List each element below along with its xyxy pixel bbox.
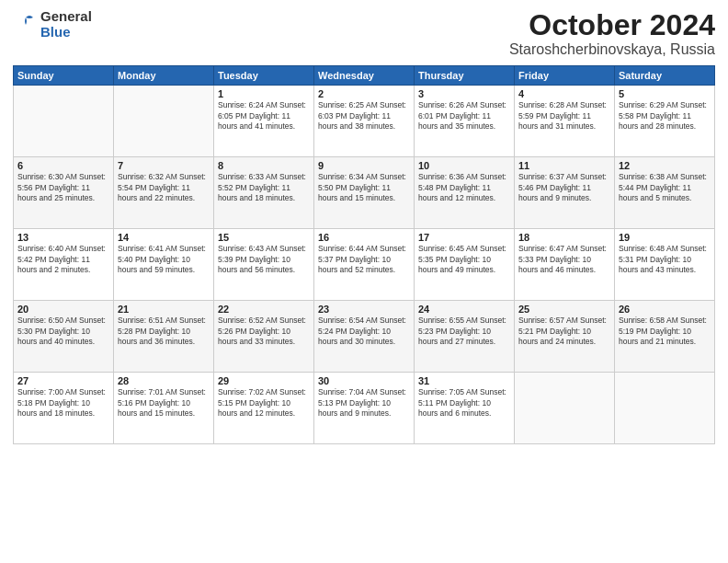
day-cell: 29Sunrise: 7:02 AM Sunset: 5:15 PM Dayli… xyxy=(214,373,314,444)
day-number: 31 xyxy=(418,375,510,386)
day-number: 26 xyxy=(619,304,711,315)
day-info: Sunrise: 6:54 AM Sunset: 5:24 PM Dayligh… xyxy=(318,316,410,347)
day-info: Sunrise: 6:41 AM Sunset: 5:40 PM Dayligh… xyxy=(118,244,210,275)
header-row: Sunday Monday Tuesday Wednesday Thursday… xyxy=(14,66,715,86)
logo: General Blue xyxy=(13,9,92,40)
day-info: Sunrise: 6:51 AM Sunset: 5:28 PM Dayligh… xyxy=(118,316,210,347)
day-number: 9 xyxy=(318,160,410,171)
day-cell: 16Sunrise: 6:44 AM Sunset: 5:37 PM Dayli… xyxy=(314,229,415,301)
week-row-3: 13Sunrise: 6:40 AM Sunset: 5:42 PM Dayli… xyxy=(14,229,715,301)
day-info: Sunrise: 6:28 AM Sunset: 5:59 PM Dayligh… xyxy=(518,100,610,132)
col-friday: Friday xyxy=(515,66,615,86)
day-number: 3 xyxy=(418,88,510,99)
day-info: Sunrise: 6:29 AM Sunset: 5:58 PM Dayligh… xyxy=(619,100,711,132)
day-info: Sunrise: 6:57 AM Sunset: 5:21 PM Dayligh… xyxy=(518,316,610,347)
day-info: Sunrise: 6:48 AM Sunset: 5:31 PM Dayligh… xyxy=(619,244,711,275)
day-info: Sunrise: 6:26 AM Sunset: 6:01 PM Dayligh… xyxy=(418,100,510,132)
day-number: 7 xyxy=(118,160,210,171)
day-number: 5 xyxy=(619,88,711,99)
day-cell: 13Sunrise: 6:40 AM Sunset: 5:42 PM Dayli… xyxy=(14,229,114,301)
day-number: 17 xyxy=(418,232,510,243)
day-info: Sunrise: 7:05 AM Sunset: 5:11 PM Dayligh… xyxy=(418,387,510,419)
day-number: 16 xyxy=(318,232,410,243)
day-info: Sunrise: 6:37 AM Sunset: 5:46 PM Dayligh… xyxy=(518,172,610,203)
day-cell: 17Sunrise: 6:45 AM Sunset: 5:35 PM Dayli… xyxy=(415,229,515,301)
day-info: Sunrise: 6:36 AM Sunset: 5:48 PM Dayligh… xyxy=(418,172,510,203)
calendar-table: Sunday Monday Tuesday Wednesday Thursday… xyxy=(13,65,715,444)
day-number: 11 xyxy=(518,160,610,171)
day-number: 6 xyxy=(17,160,109,171)
logo-text: General Blue xyxy=(40,9,92,40)
week-row-4: 20Sunrise: 6:50 AM Sunset: 5:30 PM Dayli… xyxy=(14,301,715,373)
day-cell: 4Sunrise: 6:28 AM Sunset: 5:59 PM Daylig… xyxy=(515,86,615,157)
day-info: Sunrise: 7:00 AM Sunset: 5:18 PM Dayligh… xyxy=(17,387,109,419)
title-block: October 2024 Staroshcherbinovskaya, Russ… xyxy=(509,9,715,58)
day-number: 13 xyxy=(17,232,109,243)
day-info: Sunrise: 6:55 AM Sunset: 5:23 PM Dayligh… xyxy=(418,316,510,347)
day-info: Sunrise: 6:52 AM Sunset: 5:26 PM Dayligh… xyxy=(218,316,310,347)
day-number: 20 xyxy=(17,304,109,315)
month-year-title: October 2024 xyxy=(509,9,715,41)
day-cell xyxy=(14,86,114,157)
day-info: Sunrise: 6:44 AM Sunset: 5:37 PM Dayligh… xyxy=(318,244,410,275)
day-number: 18 xyxy=(518,232,610,243)
day-cell: 26Sunrise: 6:58 AM Sunset: 5:19 PM Dayli… xyxy=(615,301,715,373)
day-number: 4 xyxy=(518,88,610,99)
day-info: Sunrise: 6:30 AM Sunset: 5:56 PM Dayligh… xyxy=(17,172,109,203)
day-cell: 7Sunrise: 6:32 AM Sunset: 5:54 PM Daylig… xyxy=(114,157,214,229)
location-subtitle: Staroshcherbinovskaya, Russia xyxy=(509,41,715,58)
day-cell: 3Sunrise: 6:26 AM Sunset: 6:01 PM Daylig… xyxy=(415,86,515,157)
day-cell: 5Sunrise: 6:29 AM Sunset: 5:58 PM Daylig… xyxy=(615,86,715,157)
day-cell: 27Sunrise: 7:00 AM Sunset: 5:18 PM Dayli… xyxy=(14,373,114,444)
day-info: Sunrise: 6:33 AM Sunset: 5:52 PM Dayligh… xyxy=(218,172,310,203)
logo-blue: Blue xyxy=(40,25,92,40)
day-info: Sunrise: 7:04 AM Sunset: 5:13 PM Dayligh… xyxy=(318,387,410,419)
day-number: 30 xyxy=(318,375,410,386)
day-number: 14 xyxy=(118,232,210,243)
day-cell: 11Sunrise: 6:37 AM Sunset: 5:46 PM Dayli… xyxy=(515,157,615,229)
day-number: 28 xyxy=(118,375,210,386)
day-cell: 20Sunrise: 6:50 AM Sunset: 5:30 PM Dayli… xyxy=(14,301,114,373)
day-cell: 6Sunrise: 6:30 AM Sunset: 5:56 PM Daylig… xyxy=(14,157,114,229)
day-info: Sunrise: 6:45 AM Sunset: 5:35 PM Dayligh… xyxy=(418,244,510,275)
week-row-2: 6Sunrise: 6:30 AM Sunset: 5:56 PM Daylig… xyxy=(14,157,715,229)
day-cell: 1Sunrise: 6:24 AM Sunset: 6:05 PM Daylig… xyxy=(214,86,314,157)
day-info: Sunrise: 6:58 AM Sunset: 5:19 PM Dayligh… xyxy=(619,316,711,347)
day-cell: 30Sunrise: 7:04 AM Sunset: 5:13 PM Dayli… xyxy=(314,373,415,444)
day-cell: 19Sunrise: 6:48 AM Sunset: 5:31 PM Dayli… xyxy=(615,229,715,301)
logo-general: General xyxy=(40,9,92,25)
day-number: 25 xyxy=(518,304,610,315)
col-thursday: Thursday xyxy=(415,66,515,86)
day-number: 2 xyxy=(318,88,410,99)
day-cell: 22Sunrise: 6:52 AM Sunset: 5:26 PM Dayli… xyxy=(214,301,314,373)
day-number: 24 xyxy=(418,304,510,315)
day-number: 23 xyxy=(318,304,410,315)
day-cell: 12Sunrise: 6:38 AM Sunset: 5:44 PM Dayli… xyxy=(615,157,715,229)
day-info: Sunrise: 6:43 AM Sunset: 5:39 PM Dayligh… xyxy=(218,244,310,275)
day-number: 21 xyxy=(118,304,210,315)
day-cell: 15Sunrise: 6:43 AM Sunset: 5:39 PM Dayli… xyxy=(214,229,314,301)
day-info: Sunrise: 6:38 AM Sunset: 5:44 PM Dayligh… xyxy=(619,172,711,203)
logo: General Blue xyxy=(13,9,92,40)
day-info: Sunrise: 6:25 AM Sunset: 6:03 PM Dayligh… xyxy=(318,100,410,132)
day-cell: 23Sunrise: 6:54 AM Sunset: 5:24 PM Dayli… xyxy=(314,301,415,373)
day-number: 19 xyxy=(619,232,711,243)
day-cell: 9Sunrise: 6:34 AM Sunset: 5:50 PM Daylig… xyxy=(314,157,415,229)
day-info: Sunrise: 7:01 AM Sunset: 5:16 PM Dayligh… xyxy=(118,387,210,419)
day-info: Sunrise: 6:24 AM Sunset: 6:05 PM Dayligh… xyxy=(218,100,310,132)
day-cell xyxy=(615,373,715,444)
day-cell: 14Sunrise: 6:41 AM Sunset: 5:40 PM Dayli… xyxy=(114,229,214,301)
day-info: Sunrise: 6:32 AM Sunset: 5:54 PM Dayligh… xyxy=(118,172,210,203)
day-number: 8 xyxy=(218,160,310,171)
calendar-body: 1Sunrise: 6:24 AM Sunset: 6:05 PM Daylig… xyxy=(14,86,715,444)
day-cell: 28Sunrise: 7:01 AM Sunset: 5:16 PM Dayli… xyxy=(114,373,214,444)
col-sunday: Sunday xyxy=(14,66,114,86)
day-cell: 10Sunrise: 6:36 AM Sunset: 5:48 PM Dayli… xyxy=(415,157,515,229)
header: General Blue October 2024 Staroshcherbin… xyxy=(13,9,715,58)
col-monday: Monday xyxy=(114,66,214,86)
week-row-1: 1Sunrise: 6:24 AM Sunset: 6:05 PM Daylig… xyxy=(14,86,715,157)
day-info: Sunrise: 7:02 AM Sunset: 5:15 PM Dayligh… xyxy=(218,387,310,419)
day-cell: 25Sunrise: 6:57 AM Sunset: 5:21 PM Dayli… xyxy=(515,301,615,373)
day-number: 1 xyxy=(218,88,310,99)
col-wednesday: Wednesday xyxy=(314,66,415,86)
